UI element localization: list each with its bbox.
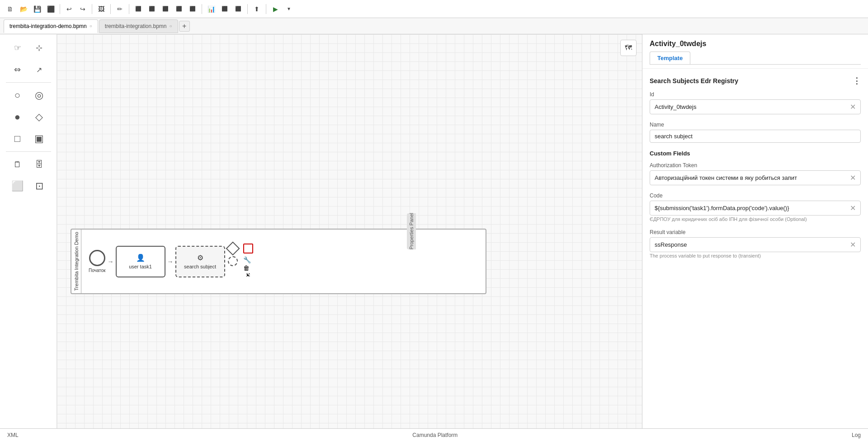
rp-section-title: Search Subjects Edr Registry ⋮ — [650, 76, 861, 86]
note-tool[interactable]: 🗒 — [8, 155, 28, 174]
context-trash-icon[interactable]: 🗑 — [243, 264, 251, 272]
id-input[interactable] — [655, 103, 850, 110]
diamond-tool[interactable]: ◇ — [29, 107, 49, 127]
result-clear-btn[interactable]: ✕ — [850, 240, 856, 249]
tab-integration-bpmn[interactable]: trembita-integration.bpmn ○ — [99, 19, 178, 33]
dashed-rect-tool[interactable]: ⊡ — [29, 176, 49, 196]
map-btn[interactable]: 🗺 — [620, 40, 637, 56]
double-circle-tool[interactable]: ◎ — [29, 85, 49, 105]
properties-panel-toggle[interactable]: Properties Panel — [407, 213, 416, 249]
select-tool[interactable]: ⊹ — [29, 38, 49, 58]
sep6 — [247, 4, 248, 14]
name-input[interactable] — [655, 133, 856, 140]
tab-integration-close[interactable]: ○ — [170, 23, 172, 28]
rp-section-menu-icon[interactable]: ⋮ — [853, 76, 861, 86]
gantt-btn[interactable]: ⬛ — [218, 3, 231, 15]
tool-row-2: ⇔ ↗ — [8, 60, 49, 80]
tool-sep-2 — [6, 151, 51, 152]
tool-row-3: ○ ◎ — [8, 85, 49, 105]
bpmn-flow: Початок → 👤 user task1 → ⚙ search subjec… — [81, 230, 486, 293]
status-platform: Camunda Platform — [412, 432, 458, 438]
context-circle-dot[interactable] — [228, 256, 238, 266]
main-area: ☞ ⊹ ⇔ ↗ ○ ◎ ● ◇ □ ▣ 🗒 🗄 ⬜ ⊡ — [0, 34, 868, 428]
context-row-2: 🔧 🗑 ✈ — [228, 256, 253, 280]
auth-token-input[interactable] — [655, 174, 850, 181]
arrow-1: → — [106, 258, 116, 265]
bpmn-user-task1[interactable]: 👤 user task1 — [116, 246, 165, 277]
add-tab-btn[interactable]: + — [179, 21, 190, 32]
auth-token-clear-btn[interactable]: ✕ — [850, 174, 856, 182]
export-btn[interactable]: ⬆ — [250, 3, 263, 15]
left-tools-panel: ☞ ⊹ ⇔ ↗ ○ ◎ ● ◇ □ ▣ 🗒 🗄 ⬜ ⊡ — [0, 34, 57, 428]
container-tool[interactable]: ⬜ — [8, 176, 28, 196]
new-file-btn[interactable]: 🗎 — [4, 3, 16, 15]
sep3 — [110, 4, 111, 14]
rp-tab-template[interactable]: Template — [650, 52, 690, 64]
code-clear-btn[interactable]: ✕ — [850, 204, 856, 212]
bpmn-start-event[interactable] — [89, 250, 105, 266]
barchart-btn[interactable]: 📊 — [205, 3, 217, 15]
bpmn-search-subject-task[interactable]: ⚙ search subject — [175, 246, 225, 277]
undo-btn[interactable]: ↩ — [63, 3, 75, 15]
result-input-wrapper: ✕ — [650, 237, 861, 252]
rounded-rect-tool[interactable]: ▣ — [29, 129, 49, 149]
save-as-btn[interactable]: ⬛ — [44, 3, 57, 15]
connect-tool[interactable]: ↗ — [29, 60, 49, 80]
chart2-btn[interactable]: ⬛ — [232, 3, 245, 15]
run-dropdown-btn[interactable]: ▼ — [283, 3, 295, 15]
status-bar: XML Camunda Platform Log — [0, 428, 868, 441]
properties-panel: Activity_0twdejs Template Search Subject… — [642, 34, 868, 428]
auth-token-field-group: Authorization Token ✕ — [650, 162, 861, 185]
rp-section-name: Search Subjects Edr Registry — [650, 77, 738, 84]
status-xml[interactable]: XML — [7, 432, 19, 438]
save-btn[interactable]: 💾 — [31, 3, 43, 15]
distribute-v-btn[interactable]: ⬛ — [186, 3, 199, 15]
align-right-btn[interactable]: ⬛ — [159, 3, 172, 15]
database-tool[interactable]: 🗄 — [29, 155, 49, 174]
image-btn[interactable]: 🖼 — [95, 3, 108, 15]
hand-tool[interactable]: ☞ — [8, 38, 28, 58]
sep1 — [60, 4, 60, 14]
code-field-group: Code ✕ ЄДРПОУ для юридичних осіб або ІПН… — [650, 192, 861, 222]
canvas-area[interactable]: 🗺 Trembita Integration Demo Початок → 👤 … — [57, 34, 642, 428]
tab-demo-close[interactable]: ○ — [90, 23, 92, 28]
result-hint: The process variable to put response to … — [650, 253, 861, 258]
open-btn[interactable]: 📂 — [17, 3, 30, 15]
arrow-2: → — [165, 258, 175, 265]
custom-fields-title: Custom Fields — [650, 150, 861, 157]
rect-tool[interactable]: □ — [8, 129, 28, 149]
distribute-h-btn[interactable]: ⬛ — [173, 3, 185, 15]
code-input[interactable] — [655, 205, 850, 211]
circle-tool[interactable]: ○ — [8, 85, 28, 105]
search-task-icon: ⚙ — [197, 253, 203, 262]
edit-btn[interactable]: ✏ — [113, 3, 126, 15]
run-btn[interactable]: ▶ — [269, 3, 282, 15]
bpmn-context-tools: 🔧 🗑 ✈ — [228, 244, 253, 280]
id-clear-btn[interactable]: ✕ — [850, 103, 856, 111]
tool-row-6: 🗒 🗄 — [8, 155, 49, 174]
tab-demo-label: trembita-integration-demo.bpmn — [9, 23, 87, 29]
redo-btn[interactable]: ↪ — [76, 3, 89, 15]
tool-row-1: ☞ ⊹ — [8, 38, 49, 58]
context-diamond[interactable] — [226, 241, 240, 255]
context-row-1 — [228, 244, 253, 253]
resize-tool[interactable]: ⇔ — [8, 60, 28, 80]
auth-token-label: Authorization Token — [650, 162, 861, 169]
rp-header: Activity_0twdejs Template — [642, 34, 868, 69]
context-wrench-icon[interactable]: 🔧 — [243, 256, 251, 263]
bpmn-diagram: Trembita Integration Demo Початок → 👤 us… — [71, 229, 486, 294]
context-rect-red[interactable] — [243, 244, 253, 253]
filled-circle-tool[interactable]: ● — [8, 107, 28, 127]
align-center-btn[interactable]: ⬛ — [146, 3, 158, 15]
tool-sep-1 — [6, 82, 51, 83]
align-left-btn[interactable]: ⬛ — [132, 3, 145, 15]
code-input-wrapper: ✕ — [650, 201, 861, 216]
context-arrow-icon[interactable]: ✈ — [241, 271, 252, 281]
sep2 — [92, 4, 92, 14]
id-field-group: Id ✕ — [650, 91, 861, 114]
user-task-icon: 👤 — [136, 253, 145, 262]
bpmn-pool-label: Trembita Integration Demo — [71, 230, 81, 293]
status-log[interactable]: Log — [852, 432, 861, 438]
tab-demo-bpmn[interactable]: trembita-integration-demo.bpmn ○ — [4, 19, 98, 33]
result-input[interactable] — [655, 241, 850, 248]
